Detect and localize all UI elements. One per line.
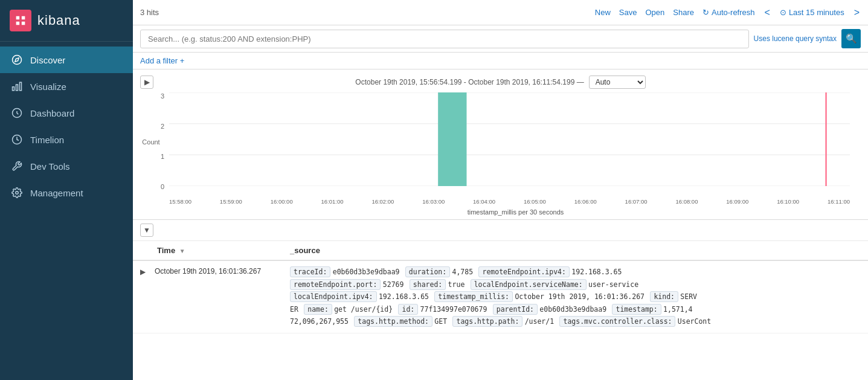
time-range-button[interactable]: ⊙ Last 15 minutes (780, 8, 844, 17)
chart-header: ▶ October 19th 2019, 15:56:54.199 - Octo… (140, 76, 861, 89)
sidebar-item-visualize[interactable]: Visualize (0, 73, 133, 100)
field-val-httpmethod: GET (434, 317, 447, 326)
search-button[interactable]: 🔍 (841, 29, 861, 48)
topbar-actions: New Save Open Share ↻ Auto-refresh < ⊙ L… (595, 7, 861, 18)
field-key-localipv4: localEndpoint.ipv4: (290, 291, 377, 302)
field-key-servicename: localEndpoint.serviceName: (471, 279, 587, 290)
field-key-tsmillis: timestamp_millis: (434, 291, 513, 302)
y-tick-2: 2 (161, 123, 164, 130)
field-key-name: name: (304, 304, 332, 315)
svg-marker-1 (15, 58, 19, 62)
sidebar-item-timelion[interactable]: Timelion (0, 126, 133, 153)
field-val-duration: 4,785 (452, 268, 474, 276)
field-key-mvcclass: tags.mvc.controller.class: (559, 316, 675, 327)
wrench-icon (11, 160, 23, 172)
field-val-kind: SERV (680, 292, 697, 301)
sidebar-item-timelion-label: Timelion (30, 135, 64, 145)
search-bar: Uses lucene query syntax 🔍 (133, 25, 868, 53)
field-val-tsmillis: October 19th 2019, 16:01:36.267 (515, 292, 645, 301)
source-col-header: _source (283, 241, 868, 260)
field-val-er: ER (290, 305, 298, 314)
expand-row-button[interactable]: ▶ (140, 268, 146, 276)
time-col-header[interactable]: Time ▼ (150, 241, 283, 260)
sidebar-item-visualize-label: Visualize (30, 82, 66, 92)
sidebar-item-devtools[interactable]: Dev Tools (0, 153, 133, 179)
x-axis: 15:58:00 15:59:00 16:00:00 16:01:00 16:0… (169, 198, 850, 205)
expand-cell: ▶ (133, 260, 150, 333)
chart-date-range: October 19th 2019, 15:56:54.199 - Octobe… (355, 78, 583, 86)
field-key-httppath: tags.http.path: (452, 316, 522, 327)
logo-area: kibana (0, 0, 133, 42)
field-key-remoteipv4: remoteEndpoint.ipv4: (478, 266, 569, 277)
sidebar-item-dashboard-label: Dashboard (30, 108, 74, 118)
field-key-id: id: (398, 304, 418, 315)
field-key-traceid: traceId: (290, 266, 330, 277)
bar-chart-icon (11, 80, 23, 92)
field-key-httpmethod: tags.http.method: (354, 316, 432, 327)
lucene-hint[interactable]: Uses lucene query syntax (754, 34, 837, 43)
field-key-shared: shared: (410, 279, 446, 290)
source-cell: traceId: e0b60d3b3e9dbaa9 duration: 4,78… (283, 260, 868, 333)
next-arrow-button[interactable]: > (853, 7, 861, 18)
svg-rect-2 (20, 82, 22, 91)
field-key-kind: kind: (650, 291, 678, 302)
logo-icon (10, 10, 31, 31)
chart-bar (438, 92, 466, 186)
field-val-mvcclass: UserCont (678, 317, 711, 326)
results-toolbar: ▼ (133, 220, 868, 241)
svg-rect-4 (13, 87, 14, 91)
save-button[interactable]: Save (619, 8, 637, 17)
sidebar-item-devtools-label: Dev Tools (30, 161, 70, 172)
svg-point-6 (16, 192, 19, 195)
field-val-timestamp: 1,571,4 (663, 305, 692, 314)
refresh-icon: ↻ (702, 8, 709, 17)
share-button[interactable]: Share (673, 8, 694, 17)
interval-select[interactable]: Auto Millisecond Second Minute Hour (589, 76, 646, 89)
table-header: Time ▼ _source (133, 241, 868, 260)
field-key-parentid: parentId: (493, 304, 538, 315)
y-tick-1: 1 (161, 153, 164, 160)
y-tick-3: 3 (161, 92, 164, 100)
svg-point-0 (13, 56, 22, 65)
compass-icon (11, 54, 23, 66)
search-input[interactable] (140, 30, 749, 48)
results-area: ▼ Time ▼ _source ▶ October 19th (133, 219, 868, 380)
table-body: ▶ October 19th 2019, 16:01:36.267 traceI… (133, 260, 868, 333)
sidebar-item-management-label: Management (30, 188, 83, 198)
table-row: ▶ October 19th 2019, 16:01:36.267 traceI… (133, 260, 868, 333)
sidebar-item-dashboard[interactable]: Dashboard (0, 100, 133, 126)
prev-arrow-button[interactable]: < (764, 7, 771, 18)
field-val-id: 77f134997e070679 (420, 305, 487, 314)
field-key-timestamp: timestamp: (612, 304, 661, 315)
field-val-remoteport: 52769 (383, 280, 404, 289)
auto-refresh-button[interactable]: ↻ Auto-refresh (702, 8, 755, 17)
field-key-duration: duration: (405, 266, 450, 277)
clock-icon: ⊙ (780, 8, 786, 17)
add-filter-button[interactable]: Add a filter + (140, 56, 184, 65)
collapse-results-button[interactable]: ▼ (140, 224, 153, 237)
field-val-parentid: e0b60d3b3e9dbaa9 (539, 305, 606, 314)
chart-svg (169, 92, 850, 186)
sidebar: kibana Discover Visualize Dashboard Time… (0, 0, 133, 380)
field-val-ts2: 72,096,267,955 (290, 317, 349, 326)
time-cell: October 19th 2019, 16:01:36.267 (150, 260, 283, 333)
chart-container: ▶ October 19th 2019, 15:56:54.199 - Octo… (133, 69, 868, 219)
new-button[interactable]: New (595, 8, 611, 17)
field-val-servicename: user-service (588, 280, 638, 289)
field-val-remoteipv4: 192.168.3.65 (571, 268, 622, 276)
x-axis-title: timestamp_millis per 30 seconds (170, 207, 861, 219)
svg-rect-3 (16, 85, 18, 91)
field-val-name: get /user/{id} (334, 305, 393, 314)
y-axis-label: Count (142, 138, 159, 146)
gear-icon (11, 187, 23, 199)
results-table: Time ▼ _source ▶ October 19th 2019, 16:0… (133, 241, 868, 333)
field-val-httppath: /user/1 (525, 317, 554, 326)
filter-bar: Add a filter + (133, 53, 868, 69)
sidebar-item-discover[interactable]: Discover (0, 47, 133, 73)
sidebar-item-management[interactable]: Management (0, 179, 133, 206)
open-button[interactable]: Open (645, 8, 664, 17)
field-val-traceid: e0b60d3b3e9dbaa9 (333, 268, 400, 276)
expand-col-header (133, 241, 150, 260)
topbar: 3 hits New Save Open Share ↻ Auto-refres… (133, 0, 868, 25)
collapse-chart-button[interactable]: ▶ (140, 76, 153, 89)
